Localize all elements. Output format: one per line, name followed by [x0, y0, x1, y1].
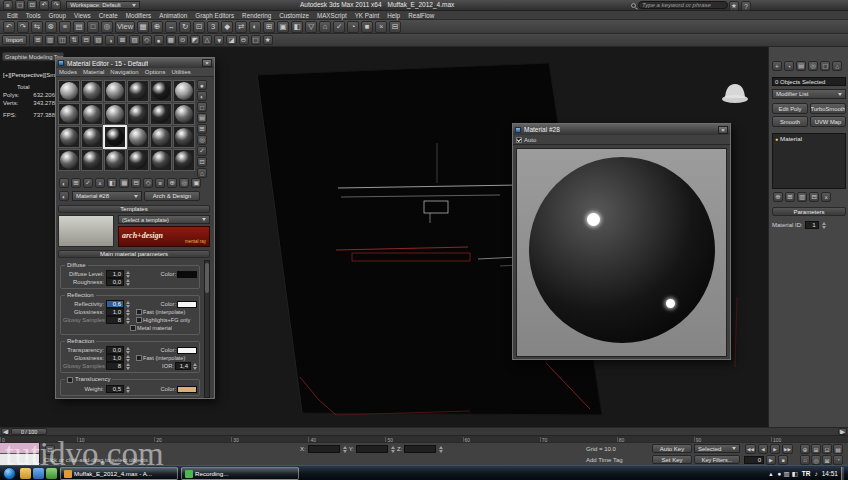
material-slot[interactable]	[81, 103, 103, 125]
modifier-stack[interactable]: ● Material	[772, 133, 846, 189]
viewport-nav-icon[interactable]: ⊕	[800, 444, 810, 454]
x-field[interactable]	[308, 445, 340, 453]
scrollbar-thumb[interactable]	[205, 263, 209, 293]
menu-item[interactable]: Rendering	[238, 12, 275, 19]
add-time-tag[interactable]: Add Time Tag	[586, 457, 623, 463]
toolbar-icon[interactable]: ◧	[291, 21, 303, 33]
command-panel-tab-icon[interactable]: ◔	[784, 61, 794, 71]
toolbar-icon[interactable]: ▤	[73, 21, 85, 33]
transparency-spinner[interactable]	[126, 347, 130, 354]
fast-interpolate-checkbox[interactable]	[136, 309, 142, 315]
transport-icon[interactable]: ▶	[766, 455, 776, 465]
command-panel-tab-icon[interactable]: ◎	[808, 61, 818, 71]
material-editor-tool-icon[interactable]: ⊡	[197, 157, 207, 167]
toolbar-icon[interactable]: ⊕	[151, 21, 163, 33]
viewport-nav-icon[interactable]: ▤	[833, 444, 843, 454]
scrollbar[interactable]	[204, 260, 210, 398]
material-editor-tool-icon[interactable]: ×	[95, 178, 105, 188]
stack-tool-icon[interactable]: ×	[821, 192, 831, 202]
folder-icon[interactable]	[20, 468, 31, 479]
selection-lock-icon[interactable]: ⊡	[45, 445, 55, 455]
time-slider-track[interactable]: ◀ 0 / 100 ▶	[0, 428, 848, 436]
material-slot[interactable]	[104, 126, 126, 148]
tray-icon[interactable]: ◧	[792, 470, 798, 478]
material-slot[interactable]	[127, 80, 149, 102]
reflection-glossiness-field[interactable]: 1,0	[106, 308, 124, 316]
toolbar-icon[interactable]: ◆	[221, 21, 233, 33]
toolbar-icon[interactable]: ◩	[190, 35, 200, 45]
viewport-nav-icon[interactable]: ⊠	[822, 455, 832, 465]
toolbar-icon[interactable]: ⊡	[193, 21, 205, 33]
material-id-field[interactable]: 1	[805, 221, 819, 229]
toolbar-icon[interactable]: ◫	[57, 35, 67, 45]
close-icon[interactable]: ×	[202, 59, 212, 67]
toolbar-icon[interactable]: ⊖	[239, 35, 249, 45]
material-editor-tool-icon[interactable]: ◐	[59, 178, 69, 188]
y-field[interactable]	[356, 445, 388, 453]
command-panel-tab-icon[interactable]: ⌂	[832, 61, 842, 71]
roughness-spinner[interactable]	[126, 279, 130, 286]
listener-script-row[interactable]	[0, 454, 39, 465]
command-panel-tab-icon[interactable]: +	[772, 61, 782, 71]
toolbar-icon[interactable]: ⊙	[178, 35, 188, 45]
auto-update-checkbox[interactable]	[516, 137, 522, 143]
quick-access-icon[interactable]: ↶	[39, 0, 49, 10]
z-spinner[interactable]	[439, 446, 443, 453]
material-picker-icon[interactable]: ◐	[59, 191, 69, 201]
modifier-button[interactable]: UVW Map	[810, 116, 846, 127]
metal-material-checkbox[interactable]	[130, 325, 136, 331]
menu-item[interactable]: Tools	[22, 12, 45, 19]
speaker-icon[interactable]: ♪	[814, 470, 817, 477]
diffuse-color-swatch[interactable]	[177, 271, 197, 278]
stack-tool-icon[interactable]: ⊕	[773, 192, 783, 202]
material-slot[interactable]	[81, 80, 103, 102]
toolbar-icon[interactable]: ▽	[305, 21, 317, 33]
toolbar-icon[interactable]: ↔	[165, 21, 177, 33]
selection-set-dropdown[interactable]: Selected	[694, 444, 740, 453]
menu-item[interactable]: MAXScript	[313, 12, 351, 19]
toolbar-icon[interactable]: ▩	[166, 35, 176, 45]
ior-field[interactable]: 1,4	[175, 362, 191, 370]
main-parameters-rollout[interactable]: Main material parameters	[58, 250, 210, 258]
menu-item[interactable]: RealFlow	[404, 12, 438, 19]
material-editor-menu-item[interactable]: Material	[80, 69, 107, 75]
material-name-dropdown[interactable]: Material #28	[72, 191, 142, 201]
toolbar-icon[interactable]: △	[202, 35, 212, 45]
toolbar-icon[interactable]: ▦	[137, 21, 149, 33]
material-slot[interactable]	[150, 126, 172, 148]
quick-access-icon[interactable]: ▢	[15, 0, 25, 10]
quick-access-icon[interactable]: ≡	[3, 0, 13, 10]
parameters-rollout[interactable]: Parameters	[772, 207, 846, 216]
infocenter-icon[interactable]: ★	[729, 1, 739, 11]
menu-item[interactable]: Create	[95, 12, 122, 19]
material-editor-menu-item[interactable]: Navigation	[107, 69, 141, 75]
material-editor-tool-icon[interactable]: ◎	[197, 135, 207, 145]
material-editor-tool-icon[interactable]: ⊞	[197, 124, 207, 134]
toolbar-icon[interactable]: ⊞	[33, 35, 43, 45]
toolbar-icon[interactable]: ⊗	[45, 21, 57, 33]
toolbar-icon[interactable]: ×	[375, 21, 387, 33]
toolbar-icon[interactable]: ↷	[17, 21, 29, 33]
selection-name-field[interactable]: 0 Objects Selected	[772, 77, 846, 86]
toolbar-icon[interactable]: ⇄	[235, 21, 247, 33]
material-slot[interactable]	[81, 126, 103, 148]
toolbar-icon[interactable]: ◐	[249, 21, 261, 33]
toolbar-icon[interactable]: ▣	[277, 21, 289, 33]
transparency-field[interactable]: 0,0	[106, 346, 124, 354]
diffuse-level-spinner[interactable]	[126, 271, 130, 278]
material-editor-tool-icon[interactable]: ◧	[107, 178, 117, 188]
viewport-label[interactable]: [+][Perspective][Sm	[3, 72, 57, 80]
taskbar-task[interactable]: Muffak_E_2012_4.max - A...	[60, 467, 178, 480]
material-slot[interactable]	[173, 149, 195, 171]
y-spinner[interactable]	[391, 446, 395, 453]
toolbar-icon[interactable]: ⇅	[69, 35, 79, 45]
tray-icon[interactable]: ▥	[783, 470, 789, 478]
menu-item[interactable]: YK Paint	[351, 12, 384, 19]
player-icon[interactable]	[33, 468, 44, 479]
preview-titlebar[interactable]: Material #28 ×	[513, 124, 730, 135]
toolbar-icon[interactable]: □	[87, 21, 99, 33]
toolbar-icon[interactable]: ⊟	[81, 35, 91, 45]
modifier-button[interactable]: Edit Poly	[772, 103, 808, 114]
toolbar-icon[interactable]: ▥	[45, 35, 55, 45]
material-editor-tool-icon[interactable]: ◎	[179, 178, 189, 188]
